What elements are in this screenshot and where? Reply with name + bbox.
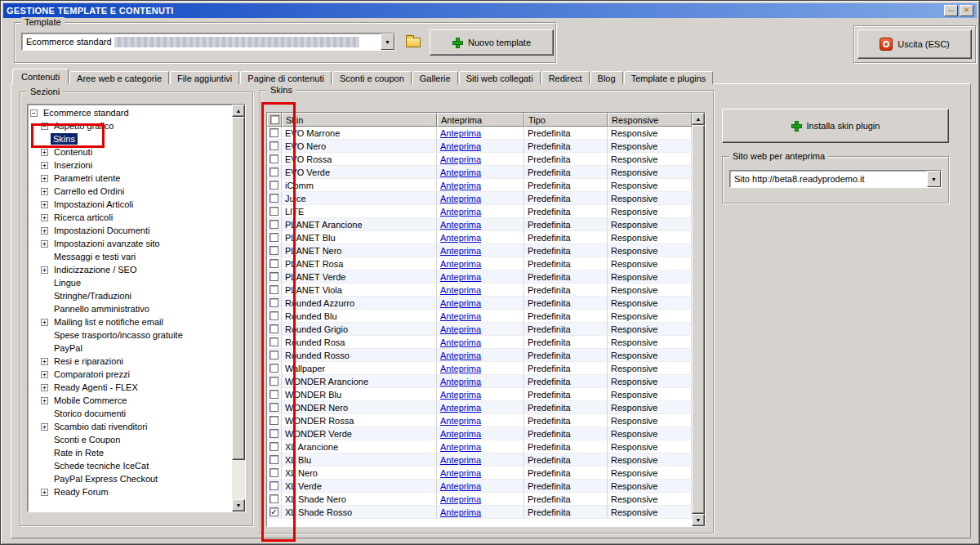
skin-checkbox[interactable]: ✓ [270,507,278,516]
tab-template-e-plugins[interactable]: Template e plugins [624,71,714,84]
tab-pagine-di-contenuti[interactable]: Pagine di contenuti [240,71,332,84]
tree-item[interactable]: +Impostazioni Documenti [28,224,232,237]
anteprima-link[interactable]: Anteprima [440,377,481,386]
skin-row[interactable]: XL BluAnteprimaPredefinitaResponsive [267,453,692,467]
skin-checkbox[interactable] [270,194,278,203]
anteprima-link[interactable]: Anteprima [440,311,481,321]
tree-item[interactable]: PayPal Express Checkout [28,472,232,485]
site-preview-select[interactable]: Sito http://beta8.readyprodemo.it ▼ [729,170,942,188]
anteprima-link[interactable]: Anteprima [440,272,481,282]
skin-row[interactable]: EVO RossaAnteprimaPredefinitaResponsive [267,153,692,166]
skin-checkbox[interactable] [270,181,278,190]
expand-icon[interactable]: + [41,175,48,182]
skin-checkbox[interactable] [270,272,278,281]
anteprima-link[interactable]: Anteprima [440,390,481,400]
tree-item[interactable]: +Resi e riparazioni [28,355,232,368]
anteprima-link[interactable]: Anteprima [440,337,481,347]
anteprima-link[interactable]: Anteprima [440,181,481,190]
close-button[interactable]: ✕ [960,5,973,16]
anteprima-link[interactable]: Anteprima [440,416,481,426]
tree-item[interactable]: +Ready Agenti - FLEX [28,381,232,394]
collapse-icon[interactable]: − [30,109,38,117]
skin-checkbox[interactable] [270,337,278,346]
skin-row[interactable]: Rounded BluAnteprimaPredefinitaResponsiv… [267,310,692,323]
skin-checkbox[interactable] [270,494,278,503]
dropdown-arrow-icon[interactable]: ▼ [381,34,394,50]
skin-row[interactable]: WONDER BluAnteprimaPredefinitaResponsive [267,388,692,401]
expand-icon[interactable]: + [41,240,48,248]
tree-item[interactable]: +Indicizzazione / SEO [28,263,232,276]
tree-item[interactable]: +Inserzioni [28,159,232,172]
skin-row[interactable]: ✓XL Shade RossoAnteprimaPredefinitaRespo… [267,506,692,519]
tree-item[interactable]: Pannello amministrativo [28,302,232,315]
tree-item[interactable]: Rate in Rete [28,446,232,459]
table-scroll-up-button[interactable]: ▲ [692,113,705,125]
tree-item[interactable]: +Carrello ed Ordini [28,185,232,198]
skin-checkbox[interactable] [270,468,278,477]
expand-icon[interactable]: + [41,358,48,365]
tree-item[interactable]: PayPal [28,342,232,355]
expand-icon[interactable]: + [41,149,48,156]
skin-checkbox[interactable] [270,141,278,150]
skin-row[interactable]: PLANET VerdeAnteprimaPredefinitaResponsi… [267,270,692,284]
anteprima-link[interactable]: Anteprima [440,285,481,295]
expand-icon[interactable]: + [41,423,48,431]
tab-redirect[interactable]: Redirect [541,71,590,84]
anteprima-link[interactable]: Anteprima [440,442,481,452]
skin-row[interactable]: LITEAnteprimaPredefinitaResponsive [267,205,692,218]
skin-checkbox[interactable] [270,233,278,242]
tree-item[interactable]: Schede tecniche IceCat [28,459,232,472]
tree-item[interactable]: +Impostazioni Articoli [28,198,232,211]
tree-item[interactable]: Lingue [28,276,232,289]
tree-item[interactable]: +Comparatori prezzi [28,368,232,381]
expand-icon[interactable]: + [41,227,48,235]
tree-item[interactable]: −Aspetto grafico [28,119,232,132]
skin-row[interactable]: PLANET BluAnteprimaPredefinitaResponsive [267,231,692,244]
skin-row[interactable]: WONDER NeroAnteprimaPredefinitaResponsiv… [267,401,692,414]
skin-row[interactable]: PLANET RosaAnteprimaPredefinitaResponsiv… [267,257,692,270]
tab-blog[interactable]: Blog [590,71,623,84]
anteprima-link[interactable]: Anteprima [440,455,481,465]
tree-item[interactable]: +Contenuti [28,145,232,159]
tree-scroll-up-button[interactable]: ▲ [232,105,245,117]
expand-icon[interactable]: + [41,319,48,326]
template-select[interactable]: Ecommerce standard ▼ [21,33,395,51]
anteprima-link[interactable]: Anteprima [440,246,481,256]
tab-aree-web-e-categorie[interactable]: Aree web e categorie [69,71,169,84]
anteprima-link[interactable]: Anteprima [440,233,481,243]
skin-row[interactable]: WONDER VerdeAnteprimaPredefinitaResponsi… [267,427,692,440]
anteprima-link[interactable]: Anteprima [440,128,481,138]
tab-sconti-e-coupon[interactable]: Sconti e coupon [332,71,412,84]
skin-row[interactable]: XL VerdeAnteprimaPredefinitaResponsive [267,480,692,493]
anteprima-link[interactable]: Anteprima [440,351,481,360]
skin-checkbox[interactable] [270,377,278,386]
skin-checkbox[interactable] [270,403,278,412]
skin-checkbox[interactable] [270,311,278,320]
anteprima-link[interactable]: Anteprima [440,207,481,217]
skin-row[interactable]: Rounded AzzurroAnteprimaPredefinitaRespo… [267,297,692,310]
skin-row[interactable]: JuiceAnteprimaPredefinitaResponsive [267,192,692,205]
skin-row[interactable]: PLANET ArancioneAnteprimaPredefinitaResp… [267,218,692,231]
expand-icon[interactable]: + [41,266,48,274]
tree-item[interactable]: −Ecommerce standard [28,106,232,119]
skin-row[interactable]: Rounded GrigioAnteprimaPredefinitaRespon… [267,323,692,336]
select-all-checkbox[interactable] [270,115,279,124]
column-header-anteprima[interactable]: Anteprima [437,113,524,127]
skin-row[interactable]: EVO MarroneAnteprimaPredefinitaResponsiv… [267,127,692,140]
anteprima-link[interactable]: Anteprima [440,494,481,504]
skin-row[interactable]: EVO NeroAnteprimaPredefinitaResponsive [267,140,692,153]
skin-checkbox[interactable] [270,285,278,294]
skin-checkbox[interactable] [270,429,278,438]
tree-item[interactable]: +Mailing list e notifiche email [28,315,232,328]
expand-icon[interactable]: + [41,384,48,391]
skin-row[interactable]: EVO VerdeAnteprimaPredefinitaResponsive [267,166,692,179]
anteprima-link[interactable]: Anteprima [440,194,481,203]
skin-checkbox[interactable] [270,390,278,399]
tree-scrollbar[interactable]: ▲ ▼ [232,105,245,511]
tree-item[interactable]: +Scambio dati rivenditori [28,420,232,433]
expand-icon[interactable]: + [41,214,48,221]
skin-row[interactable]: PLANET NeroAnteprimaPredefinitaResponsiv… [267,244,692,257]
anteprima-link[interactable]: Anteprima [440,403,481,413]
anteprima-link[interactable]: Anteprima [440,364,481,373]
tree-item[interactable]: Stringhe/Traduzioni [28,289,232,302]
